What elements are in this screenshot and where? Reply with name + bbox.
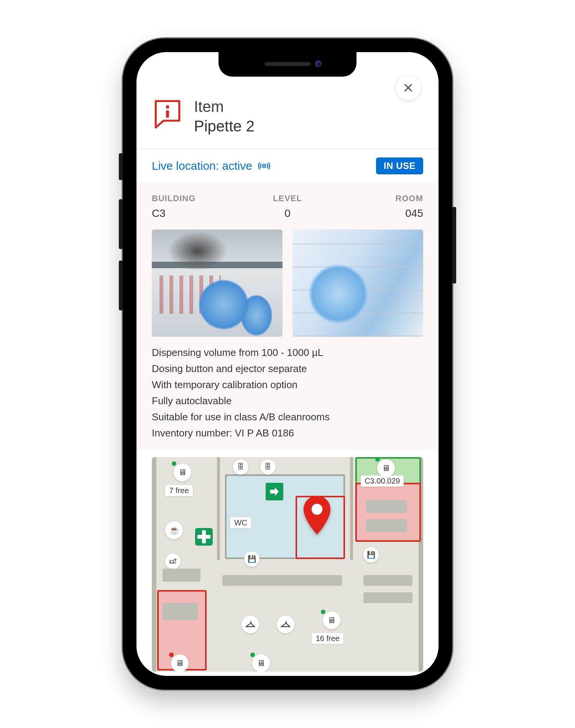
room-label: ROOM: [333, 193, 423, 203]
description-line: Dosing button and ejector separate: [152, 361, 423, 376]
room-value: 045: [333, 207, 423, 220]
workstation-icon: 🖥: [323, 612, 340, 629]
status-dot-green: [375, 457, 380, 462]
item-title: Pipette 2: [194, 116, 423, 136]
info-icon: [152, 98, 183, 130]
free-count-top: 7 free: [165, 485, 192, 496]
server-lock-icon: 💾: [363, 547, 379, 562]
first-aid-icon: [195, 528, 213, 546]
wc-label: WC: [230, 517, 251, 528]
volume-up-button: [119, 199, 123, 249]
phone-notch: [219, 52, 356, 77]
hanger-icon: [242, 616, 259, 633]
status-dot-red: [169, 653, 174, 657]
workstation-icon: 🖥: [377, 459, 395, 477]
floor-map[interactable]: WC C3.00.029: [152, 457, 423, 672]
close-button[interactable]: [396, 75, 421, 100]
description-line: Inventory number: VI P AB 0186: [152, 426, 423, 441]
status-dot-green: [321, 610, 325, 614]
svg-rect-1: [166, 110, 169, 118]
cabinet-icon: 🗄: [233, 459, 248, 475]
mute-switch: [119, 153, 123, 180]
phone-frame: Item Pipette 2 Live location: active: [123, 38, 452, 690]
volume-down-button: [119, 261, 123, 310]
level-value: 0: [242, 207, 333, 220]
sofa-icon: 🛋: [165, 554, 181, 569]
description-line: Suitable for use in class A/B cleanrooms: [152, 410, 423, 425]
power-button: [452, 207, 456, 284]
live-location-label[interactable]: Live location: active: [152, 159, 271, 172]
svg-point-0: [166, 105, 169, 109]
status-dot-green: [250, 653, 255, 657]
emergency-exit-icon: [266, 483, 283, 500]
building-label: BUILDING: [152, 193, 242, 203]
building-value: C3: [152, 207, 242, 220]
map-room-label: C3.00.029: [361, 475, 404, 487]
svg-point-3: [263, 165, 264, 166]
free-count-bottom: 16 free: [312, 633, 343, 644]
item-photo-2[interactable]: [292, 230, 423, 337]
signal-icon: [258, 161, 271, 171]
description-line: Dispensing volume from 100 - 1000 µL: [152, 345, 423, 360]
details-panel: BUILDING C3 LEVEL 0 ROOM 045: [136, 183, 439, 450]
workstation-icon: 🖥: [174, 464, 191, 481]
item-photo-1[interactable]: [152, 230, 283, 337]
description-line: With temporary calibration option: [152, 377, 423, 392]
locker-icon: 🗄: [260, 459, 276, 475]
server-icon: 💾: [244, 551, 260, 567]
live-location-row: Live location: active IN: [136, 149, 439, 183]
description-line: Fully autoclavable: [152, 394, 423, 408]
level-label: LEVEL: [242, 193, 333, 203]
workstation-icon: 🖥: [171, 654, 189, 672]
workstation-icon: 🖥: [252, 654, 270, 672]
live-location-text: Live location: active: [152, 159, 252, 172]
svg-point-4: [312, 504, 323, 515]
coffee-icon: ☕: [165, 521, 183, 539]
status-badge: IN USE: [376, 157, 423, 174]
hanger-icon: [277, 616, 294, 633]
status-dot-green: [172, 461, 176, 466]
item-kicker: Item: [194, 98, 423, 115]
item-description: Dispensing volume from 100 - 1000 µLDosi…: [152, 345, 423, 441]
close-icon: [403, 82, 414, 93]
location-pin-icon: [301, 496, 333, 536]
